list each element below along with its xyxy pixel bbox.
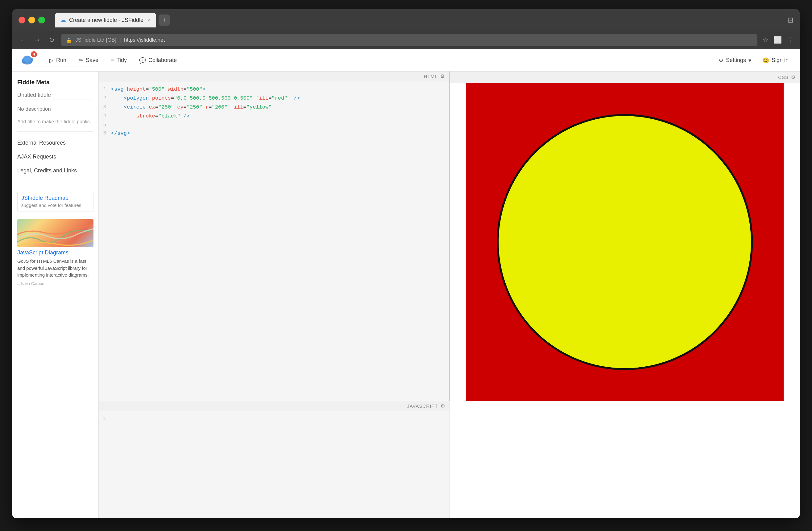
legal-credits-link[interactable]: Legal, Credits and Links (17, 166, 93, 176)
tab-close-button[interactable]: × (148, 17, 150, 23)
js-editor-code[interactable]: 1 (99, 411, 449, 518)
tab-title: Create a new fiddle - JSFiddle (69, 17, 143, 24)
window-controls: ⊟ (787, 16, 794, 24)
tidy-button[interactable]: ≡ Tidy (106, 55, 132, 66)
roadmap-title[interactable]: JSFiddle Roadmap (21, 195, 89, 201)
run-label: Run (56, 57, 66, 63)
code-line-4: 4 stroke="black" /> (99, 112, 449, 121)
cast-icon[interactable]: ⬜ (773, 36, 782, 44)
site-label: JSFiddle Ltd [GB] (75, 37, 116, 43)
svg-point-5 (498, 115, 752, 369)
js-preview-area (450, 401, 800, 518)
toolbar-right: ⚙ Settings ▾ 😊 Sign in (715, 55, 792, 66)
tidy-label: Tidy (117, 57, 127, 63)
fiddle-description-input[interactable] (17, 105, 93, 114)
save-icon: ✏ (79, 57, 83, 64)
address-bar: ← → ↻ 🔒 JSFiddle Ltd [GB] | https://jsfi… (12, 31, 800, 49)
signin-face-icon: 😊 (762, 57, 769, 64)
sidebar-divider-1 (17, 131, 93, 132)
html-editor-header: HTML ⚙ (99, 72, 449, 82)
close-button[interactable] (18, 17, 25, 24)
traffic-lights (18, 17, 45, 24)
html-lang-label: HTML (424, 74, 438, 79)
reload-button[interactable]: ↻ (47, 36, 56, 44)
bookmark-icon[interactable]: ☆ (762, 36, 768, 44)
maximize-button[interactable] (38, 17, 45, 24)
tidy-icon: ≡ (111, 57, 114, 63)
ad-svg (17, 219, 93, 247)
sidebar-section-title: Fiddle Meta (17, 79, 93, 86)
collaborate-label: Collaborate (148, 57, 177, 63)
browser-window: ☁ Create a new fiddle - JSFiddle × + ⊟ ←… (12, 9, 800, 518)
css-editor-header: CSS ⚙ (450, 72, 800, 83)
url-bar[interactable]: 🔒 JSFiddle Ltd [GB] | https://jsfiddle.n… (61, 34, 757, 46)
fiddle-hint: Add title to make the fiddle public. (17, 118, 93, 125)
css-settings-icon[interactable]: ⚙ (791, 74, 795, 80)
url-separator: | (119, 37, 121, 43)
lock-icon: 🔒 (66, 37, 72, 43)
tab-favicon-icon: ☁ (60, 17, 66, 24)
ad-footer: ads via Carbon (17, 281, 93, 286)
editors-top: HTML ⚙ 1 <svg height="500" width="500"> … (99, 72, 800, 401)
minimize-button[interactable] (28, 17, 35, 24)
code-line-2: 2 <polygon points="0,0 500,0 500,500 0,5… (99, 94, 449, 103)
js-editor-panel: JAVASCRIPT ⚙ 1 (99, 401, 450, 518)
preview-content (450, 83, 800, 401)
ad-container: JavaScript Diagrams GoJS for HTML5 Canva… (17, 216, 93, 286)
signin-button[interactable]: 😊 Sign in (759, 55, 792, 66)
main-area: Fiddle Meta Add title to make the fiddle… (12, 72, 800, 518)
run-icon: ▷ (49, 57, 54, 64)
save-button[interactable]: ✏ Save (74, 55, 103, 66)
app-content: 4 ▷ Run ✏ Save ≡ Tidy 💬 Collaborate (12, 49, 800, 518)
new-tab-button[interactable]: + (159, 14, 170, 26)
preview-svg-container (450, 83, 800, 401)
ajax-requests-link[interactable]: AJAX Requests (17, 152, 93, 162)
forward-button[interactable]: → (33, 36, 42, 44)
js-settings-icon[interactable]: ⚙ (440, 403, 445, 409)
code-line-6: 6 </svg> (99, 129, 449, 138)
css-lang-label: CSS (778, 75, 788, 80)
code-line-5: 5 (99, 121, 449, 129)
css-preview-panel: CSS ⚙ (449, 72, 800, 401)
url-address[interactable]: https://jsfiddle.net (124, 37, 165, 43)
address-right-icons: ☆ ⬜ ⋮ (762, 36, 794, 44)
external-resources-link[interactable]: External Resources (17, 138, 93, 148)
tab-area: ☁ Create a new fiddle - JSFiddle × + (55, 13, 784, 27)
sidebar-divider-2 (17, 182, 93, 182)
fiddle-title-input[interactable] (17, 91, 93, 100)
code-line-3: 3 <circle cx="250" cy="250" r="200" fill… (99, 103, 449, 112)
roadmap-box: JSFiddle Roadmap suggest and vote for fe… (17, 191, 93, 212)
sidebar: Fiddle Meta Add title to make the fiddle… (12, 72, 99, 518)
code-line-1: 1 <svg height="500" width="500"> (99, 85, 449, 94)
ad-title[interactable]: JavaScript Diagrams (17, 249, 93, 256)
js-editor-header: JAVASCRIPT ⚙ (99, 401, 449, 411)
collaborate-button[interactable]: 💬 Collaborate (134, 55, 182, 66)
title-bar: ☁ Create a new fiddle - JSFiddle × + ⊟ (12, 9, 800, 31)
html-settings-icon[interactable]: ⚙ (440, 73, 445, 79)
more-icon[interactable]: ⋮ (787, 36, 794, 44)
logo-icon[interactable]: 4 (20, 53, 36, 69)
html-editor-code[interactable]: 1 <svg height="500" width="500"> 2 <poly… (99, 82, 449, 401)
js-code-line-1: 1 (99, 415, 449, 423)
signin-label: Sign in (772, 57, 788, 63)
svg-point-3 (23, 56, 31, 62)
roadmap-subtitle: suggest and vote for features (21, 203, 89, 208)
toolbar: 4 ▷ Run ✏ Save ≡ Tidy 💬 Collaborate (12, 49, 800, 72)
ad-text: GoJS for HTML5 Canvas is a fast and powe… (17, 258, 93, 279)
settings-chevron-icon: ▾ (749, 57, 751, 64)
notification-badge: 4 (31, 51, 37, 57)
settings-label: Settings (726, 57, 746, 63)
save-label: Save (86, 57, 98, 63)
html-editor-panel: HTML ⚙ 1 <svg height="500" width="500"> … (99, 72, 449, 401)
run-button[interactable]: ▷ Run (44, 55, 71, 66)
back-button[interactable]: ← (18, 36, 28, 44)
editors-bottom: JAVASCRIPT ⚙ 1 (99, 401, 800, 518)
browser-tab-active[interactable]: ☁ Create a new fiddle - JSFiddle × (55, 13, 156, 27)
js-lang-label: JAVASCRIPT (407, 403, 438, 409)
editors-area: HTML ⚙ 1 <svg height="500" width="500"> … (99, 72, 800, 518)
ad-image (17, 219, 93, 247)
settings-gear-icon: ⚙ (719, 57, 723, 64)
preview-svg (450, 83, 800, 401)
settings-button[interactable]: ⚙ Settings ▾ (715, 55, 755, 66)
collaborate-icon: 💬 (139, 57, 146, 64)
